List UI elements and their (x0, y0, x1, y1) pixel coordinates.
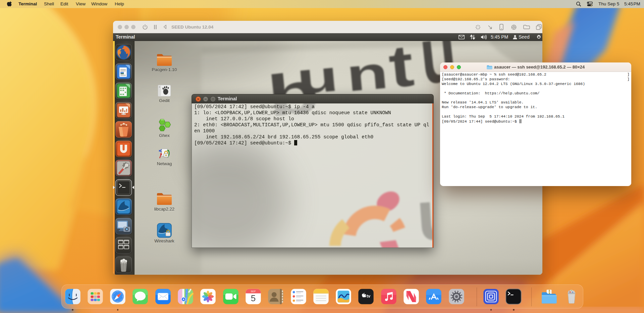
svg-text:SEP: SEP (251, 290, 256, 293)
svg-text:n: n (344, 46, 390, 101)
svg-text:5: 5 (251, 293, 256, 303)
svg-text:tv: tv (367, 294, 371, 299)
